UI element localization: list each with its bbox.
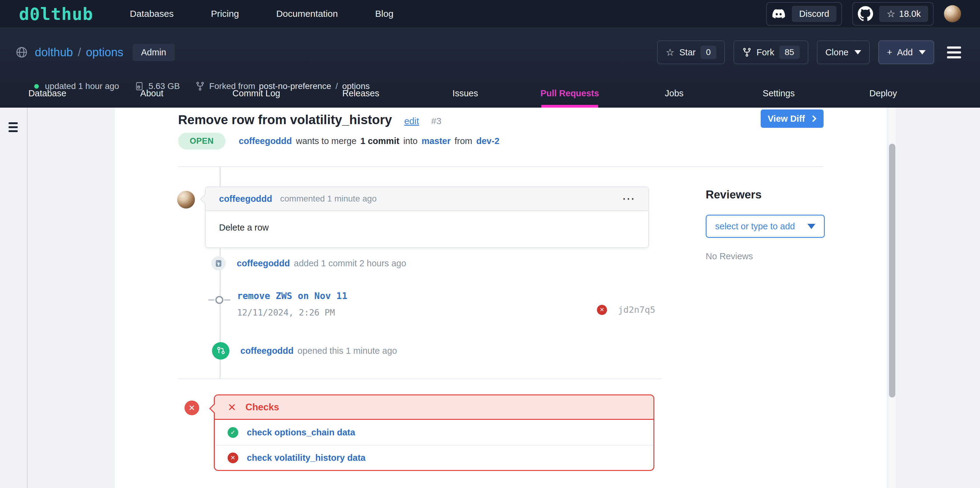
nav-pricing[interactable]: Pricing [211,8,239,19]
comment-card: coffeegoddd commented 1 minute ago ⋯ Del… [205,187,649,248]
navbar-right: Discord ☆ 18.0k [766,2,961,26]
dolthub-logo[interactable]: d0lthub [19,4,93,24]
pr-main-panel: Remove row from volatility_history edit … [115,108,887,488]
tab-about[interactable]: About [100,79,204,108]
pr-title: Remove row from volatility_history [178,113,392,127]
tab-releases[interactable]: Releases [309,79,413,108]
commit-node-icon [208,295,230,306]
head-branch-link[interactable]: dev-2 [476,136,500,146]
pr-number: #3 [431,116,441,126]
globe-icon [15,46,28,59]
pr-status-row: OPEN coffeegoddd wants to merge 1 commit… [178,133,500,149]
plus-icon: + [887,48,892,57]
top-navbar: d0lthub Databases Pricing Documentation … [0,0,980,27]
tab-settings[interactable]: Settings [727,79,831,108]
base-branch-link[interactable]: master [422,136,450,146]
check-fail-icon: ✕ [228,453,238,463]
event-text: added 1 commit 2 hours ago [294,258,406,268]
clone-button[interactable]: Clone [817,40,870,64]
github-star-count: ☆ 18.0k [879,6,928,22]
main-nav: Databases Pricing Documentation Blog [130,8,393,19]
chevron-down-icon [854,50,861,54]
comment-meta: commented 1 minute ago [280,194,377,204]
tab-commit-log[interactable]: Commit Log [204,79,309,108]
repo-breadcrumb-row: dolthub / options Admin ☆ Star 0 Fork 85… [15,40,961,65]
discord-icon [772,7,786,21]
pr-status-badge: OPEN [178,133,226,150]
tab-pull-requests[interactable]: Pull Requests [517,79,622,108]
nav-documentation[interactable]: Documentation [276,8,338,19]
discord-label: Discord [792,6,837,22]
merge-summary: coffeegoddd wants to merge 1 commit into… [239,136,500,146]
chevron-right-icon [812,115,816,123]
nav-blog[interactable]: Blog [375,8,393,19]
checks-card: ✕ Checks ✓ check options_chain data ✕ ch… [214,394,654,471]
repo-tabbar: Database About Commit Log Releases Issue… [0,79,935,108]
reviewer-select-placeholder: select or type to add [715,222,795,231]
panel-scrollbar[interactable] [888,108,896,488]
tab-jobs[interactable]: Jobs [622,79,727,108]
discord-button[interactable]: Discord [766,2,842,26]
commit-date: 12/11/2024, 2:26 PM [237,308,335,318]
commit-failed-icon: ✕ [597,305,607,315]
pr-titlebar: Remove row from volatility_history edit … [178,113,441,127]
edit-title-link[interactable]: edit [404,116,419,126]
commit-status: ✕ jd2n7q5 [597,305,655,315]
pull-request-icon [212,342,229,360]
comment-author-link[interactable]: coffeegoddd [219,194,272,204]
check-row-volatility-history[interactable]: ✕ check volatility_history data [215,445,654,470]
tab-deploy[interactable]: Deploy [831,79,935,108]
repo-header: dolthub / options Admin ☆ Star 0 Fork 85… [0,27,980,108]
star-icon: ☆ [886,9,896,19]
tab-database[interactable]: Database [0,79,100,108]
github-button[interactable]: ☆ 18.0k [852,2,934,26]
checks-title: Checks [246,402,279,413]
checks-failed-badge-icon: ✕ [185,400,199,415]
reviewer-select[interactable]: select or type to add [706,215,825,238]
fork-button[interactable]: Fork 85 [733,40,808,64]
event-author-link[interactable]: coffeegoddd [237,258,290,268]
scrollbar-thumb[interactable] [889,144,896,397]
commit-hash-link[interactable]: jd2n7q5 [618,305,655,315]
breadcrumb: dolthub / options [35,46,123,59]
cross-icon: ✕ [228,401,237,413]
star-count: 0 [700,46,716,59]
commit-message-link[interactable]: remove ZWS on Nov 11 [237,290,347,301]
comment-author-avatar[interactable] [177,191,195,209]
breadcrumb-repo-link[interactable]: options [86,46,123,59]
chevron-down-icon [807,224,815,229]
check-row-options-chain[interactable]: ✓ check options_chain data [215,420,654,445]
reviewers-title: Reviewers [706,188,825,201]
star-icon: ☆ [666,48,675,57]
tab-issues[interactable]: Issues [413,79,517,108]
repo-menu-button[interactable] [947,46,961,58]
check-pass-icon: ✓ [228,427,238,438]
view-diff-button[interactable]: View Diff [760,110,824,128]
github-icon [858,6,873,21]
repo-actions: ☆ Star 0 Fork 85 Clone + Add [657,40,961,64]
no-reviews-text: No Reviews [706,251,825,262]
pr-author-link[interactable]: coffeegoddd [239,136,292,146]
fork-icon [742,48,752,57]
event-author-link[interactable]: coffeegoddd [240,346,294,356]
add-button[interactable]: + Add [878,40,934,64]
admin-badge: Admin [132,44,175,61]
fork-count: 85 [779,46,800,59]
checks-header: ✕ Checks [215,396,654,420]
section-divider [178,378,662,379]
chevron-down-icon [919,50,926,54]
breadcrumb-owner-link[interactable]: dolthub [35,46,73,59]
event-commit-added: coffeegoddd added 1 commit 2 hours ago [212,256,406,271]
reviewers-panel: Reviewers select or type to add No Revie… [706,188,825,262]
comment-body: Delete a row [205,211,648,247]
sidebar-toggle-button[interactable] [8,122,18,132]
event-text: opened this 1 minute ago [298,346,397,356]
user-avatar[interactable] [944,5,961,22]
nav-databases[interactable]: Databases [130,8,173,19]
star-button[interactable]: ☆ Star 0 [657,40,725,64]
commit-event-icon [212,256,226,271]
event-pr-opened: coffeegoddd opened this 1 minute ago [212,342,397,360]
section-divider [178,166,823,167]
comment-header: coffeegoddd commented 1 minute ago ⋯ [205,187,648,211]
left-rail-divider [27,108,28,488]
